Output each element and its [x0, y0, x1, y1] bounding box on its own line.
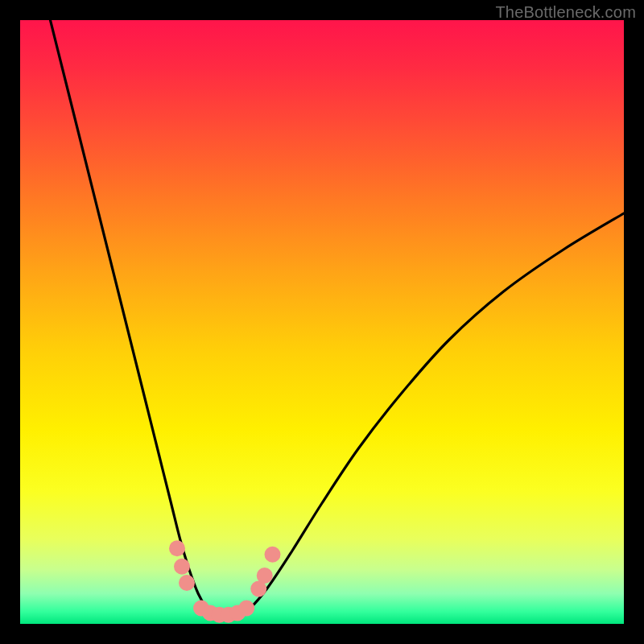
- curve-layer: [20, 20, 624, 624]
- plot-area: [20, 20, 624, 624]
- marker-dot: [265, 547, 281, 563]
- watermark: TheBottleneck.com: [495, 3, 636, 22]
- marker-dot: [179, 575, 195, 591]
- bottleneck-curve: [51, 20, 625, 618]
- marker-dot: [238, 601, 254, 617]
- marker-dot: [169, 540, 185, 556]
- bottleneck-curve-path: [51, 20, 625, 618]
- marker-dot: [174, 559, 190, 575]
- outer-frame: TheBottleneck.com: [0, 0, 644, 644]
- marker-dot: [257, 568, 273, 584]
- highlight-dots: [169, 540, 281, 623]
